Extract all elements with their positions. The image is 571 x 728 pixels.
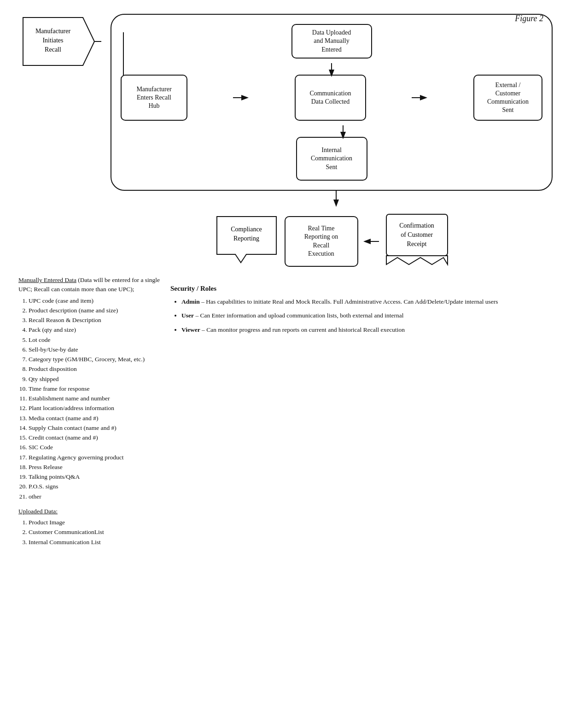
admin-name: Admin	[181, 298, 200, 305]
arrow-svg-down-out	[329, 191, 343, 205]
user-name: User	[181, 312, 194, 319]
box-external: External / Customer Communication Sent	[473, 75, 542, 121]
viewer-desc: – Can monitor progress and run reports o…	[202, 326, 405, 333]
manually-entered-list: UPC code (case and item) Product descrip…	[29, 296, 161, 501]
list-item: Category type (GM/HBC, Grocery, Meat, et…	[29, 355, 161, 364]
arrow-svg-2	[336, 125, 350, 137]
diagram-area: Data Uploaded and Manually Entered	[101, 14, 553, 271]
box-data-uploaded: Data Uploaded and Manually Entered	[291, 24, 372, 59]
realtime-wrapper: Real Time Reporting on Recall Execution	[285, 216, 358, 267]
list-item: Qty shipped	[29, 375, 161, 384]
row-internal: Internal Communication Sent	[121, 137, 542, 181]
viewer-name: Viewer	[181, 326, 200, 333]
user-desc: – Can Enter information and upload commu…	[195, 312, 403, 319]
box-realtime: Real Time Reporting on Recall Execution	[285, 216, 358, 267]
arrow-svg-mfr	[233, 93, 249, 102]
svg-text:Compliance: Compliance	[231, 226, 262, 233]
bottom-row: Compliance Reporting Real Time Reporting…	[111, 211, 553, 271]
svg-text:Manufacturer: Manufacturer	[35, 28, 71, 35]
security-title: Security / Roles	[170, 285, 553, 293]
row-middle: Manufacturer Enters Recall Hub	[121, 75, 542, 121]
svg-text:of Customer: of Customer	[401, 231, 433, 238]
row-data-uploaded: Data Uploaded and Manually Entered	[121, 24, 542, 59]
right-area: Data Uploaded and Manually Entered	[101, 14, 553, 271]
list-item: Time frame for response	[29, 384, 161, 393]
main-content: Manually Entered Data (Data will be ente…	[18, 276, 553, 547]
security-right: Security / Roles Admin – Has capabilitie…	[170, 276, 553, 547]
uploaded-data-list: Product Image Customer CommunicationList…	[29, 518, 161, 547]
list-item: Plant location/address information	[29, 404, 161, 413]
uploaded-item: Internal Communication List	[29, 538, 161, 547]
admin-desc: – Has capabilities to initiate Real and …	[201, 298, 498, 305]
security-list: Admin – Has capabilities to initiate Rea…	[181, 297, 553, 335]
arrow-down-out	[111, 191, 553, 205]
list-item: Credit contact (name and #)	[29, 433, 161, 442]
svg-text:Recall: Recall	[45, 46, 61, 53]
list-item: Recall Reason & Description	[29, 316, 161, 325]
page: Figure 2 Manufacturer Initiates Recall	[18, 14, 553, 547]
svg-text:Reporting: Reporting	[233, 235, 259, 242]
initiates-recall-wrapper: Manufacturer Initiates Recall	[18, 14, 101, 71]
list-item: Establishment name and number	[29, 394, 161, 403]
initiates-recall-svg: Manufacturer Initiates Recall	[18, 14, 101, 69]
uploaded-item: Customer CommunicationList	[29, 528, 161, 537]
box-manufacturer: Manufacturer Enters Recall Hub	[121, 75, 187, 121]
arrow-comm-ext	[412, 93, 428, 102]
arrow-down-2	[116, 125, 542, 137]
list-item: Talking points/Q&A	[29, 472, 161, 481]
manually-entered-title: Manually Entered Data	[18, 276, 76, 283]
uploaded-item: Product Image	[29, 518, 161, 527]
manufacturer-enters-label: Manufacturer Enters Recall Hub	[136, 85, 171, 111]
list-item: Pack (qty and size)	[29, 325, 161, 335]
arrow-confirm-realtime	[363, 237, 379, 246]
list-item: P.O.S. signs	[29, 482, 161, 491]
list-item: UPC code (case and item)	[29, 296, 161, 305]
list-item: Media contact (name and #)	[29, 414, 161, 423]
compliance-svg: Compliance Reporting	[213, 213, 280, 268]
arrow-svg-comm-ext	[412, 93, 428, 102]
security-role-admin: Admin – Has capabilities to initiate Rea…	[181, 297, 553, 306]
arrow-mfr-comm	[233, 93, 249, 102]
arrow-svg-confirm	[363, 237, 379, 246]
realtime-label: Real Time Reporting on Recall Execution	[304, 224, 338, 258]
security-role-user: User – Can Enter information and upload …	[181, 311, 553, 320]
internal-comm-label: Internal Communication Sent	[311, 146, 352, 171]
list-item: Lot code	[29, 335, 161, 345]
confirmation-wrapper: Confirmation of Customer Receipt	[384, 211, 450, 271]
external-comm-label: External / Customer Communication Sent	[487, 81, 529, 115]
list-item: Product description (name and size)	[29, 306, 161, 315]
box-comm-data: Communication Data Collected	[295, 75, 366, 121]
list-item: Press Release	[29, 463, 161, 472]
security-section: Security / Roles Admin – Has capabilitie…	[170, 285, 553, 335]
data-uploaded-label: Data Uploaded and Manually Entered	[312, 29, 351, 54]
svg-text:Receipt: Receipt	[407, 241, 426, 247]
list-item: SIC Code	[29, 443, 161, 452]
list-item: other	[29, 492, 161, 501]
list-item: Sell-by/Use-by date	[29, 345, 161, 354]
box-internal: Internal Communication Sent	[296, 137, 367, 181]
outer-box: Data Uploaded and Manually Entered	[111, 14, 553, 191]
uploaded-data-title: Uploaded Data:	[18, 507, 161, 516]
svg-text:Confirmation: Confirmation	[399, 222, 434, 229]
list-item: Regulating Agency governing product	[29, 453, 161, 462]
comm-data-label: Communication Data Collected	[309, 89, 351, 106]
compliance-wrapper: Compliance Reporting	[213, 213, 280, 270]
svg-text:Initiates: Initiates	[42, 37, 63, 44]
arrow-svg-1	[325, 63, 338, 75]
list-item: Supply Chain contact (name and #)	[29, 423, 161, 433]
arrow-down-1	[121, 63, 542, 75]
left-text: Manually Entered Data (Data will be ente…	[18, 276, 161, 547]
manually-entered-heading: Manually Entered Data (Data will be ente…	[18, 276, 161, 294]
security-role-viewer: Viewer – Can monitor progress and run re…	[181, 325, 553, 335]
list-item: Product disposition	[29, 364, 161, 374]
confirmation-svg: Confirmation of Customer Receipt	[384, 211, 450, 269]
